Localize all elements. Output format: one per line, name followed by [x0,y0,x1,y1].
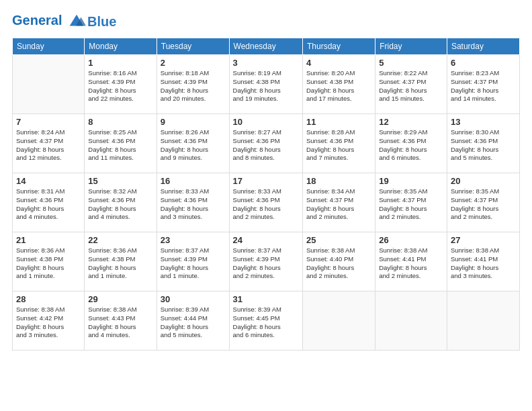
day-info: Sunrise: 8:22 AMSunset: 4:37 PMDaylight:… [379,69,443,103]
day-info: Sunrise: 8:18 AMSunset: 4:39 PMDaylight:… [161,69,226,103]
calendar-cell: 11Sunrise: 8:28 AMSunset: 4:36 PMDayligh… [303,114,375,173]
day-number: 16 [161,176,226,186]
day-number: 3 [233,58,299,68]
day-number: 31 [233,294,299,304]
day-number: 27 [451,235,516,245]
calendar-cell: 26Sunrise: 8:38 AMSunset: 4:41 PMDayligh… [375,232,447,291]
calendar-cell: 16Sunrise: 8:33 AMSunset: 4:36 PMDayligh… [157,173,229,232]
week-row-5: 28Sunrise: 8:38 AMSunset: 4:42 PMDayligh… [13,291,520,351]
day-number: 13 [451,117,516,127]
weekday-header-monday: Monday [85,38,157,55]
calendar-cell: 3Sunrise: 8:19 AMSunset: 4:38 PMDaylight… [229,55,302,114]
day-info: Sunrise: 8:26 AMSunset: 4:36 PMDaylight:… [161,128,226,163]
calendar-cell: 10Sunrise: 8:27 AMSunset: 4:36 PMDayligh… [229,114,302,173]
day-number: 8 [88,117,152,127]
day-info: Sunrise: 8:38 AMSunset: 4:41 PMDaylight:… [451,246,516,281]
day-number: 11 [306,117,371,127]
day-info: Sunrise: 8:28 AMSunset: 4:36 PMDaylight:… [306,128,371,163]
day-info: Sunrise: 8:39 AMSunset: 4:44 PMDaylight:… [161,306,226,340]
logo: General Blue [12,12,116,31]
calendar-page: General Blue SundayMondayTuesdayWednesda… [0,0,532,411]
day-number: 25 [306,235,371,245]
day-number: 5 [379,58,443,68]
calendar-cell: 6Sunrise: 8:23 AMSunset: 4:37 PMDaylight… [447,55,519,114]
calendar-table: SundayMondayTuesdayWednesdayThursdayFrid… [12,38,520,351]
day-info: Sunrise: 8:38 AMSunset: 4:42 PMDaylight:… [16,306,81,340]
calendar-cell: 28Sunrise: 8:38 AMSunset: 4:42 PMDayligh… [13,291,85,351]
day-info: Sunrise: 8:38 AMSunset: 4:41 PMDaylight:… [379,246,443,281]
logo-text-blue: Blue [87,14,116,30]
calendar-cell [13,55,85,114]
day-number: 17 [233,176,299,186]
calendar-cell: 20Sunrise: 8:35 AMSunset: 4:37 PMDayligh… [447,173,519,232]
calendar-cell: 17Sunrise: 8:33 AMSunset: 4:36 PMDayligh… [229,173,302,232]
weekday-header-tuesday: Tuesday [157,38,229,55]
day-info: Sunrise: 8:33 AMSunset: 4:36 PMDaylight:… [233,187,299,222]
day-info: Sunrise: 8:20 AMSunset: 4:38 PMDaylight:… [306,69,371,103]
day-number: 29 [88,294,152,304]
day-info: Sunrise: 8:35 AMSunset: 4:37 PMDaylight:… [451,187,516,222]
day-info: Sunrise: 8:23 AMSunset: 4:37 PMDaylight:… [451,69,516,103]
week-row-3: 14Sunrise: 8:31 AMSunset: 4:36 PMDayligh… [13,173,520,232]
calendar-cell: 22Sunrise: 8:36 AMSunset: 4:38 PMDayligh… [85,232,157,291]
calendar-cell: 31Sunrise: 8:39 AMSunset: 4:45 PMDayligh… [229,291,302,351]
day-info: Sunrise: 8:33 AMSunset: 4:36 PMDaylight:… [161,187,226,222]
day-info: Sunrise: 8:19 AMSunset: 4:38 PMDaylight:… [233,69,299,103]
calendar-cell: 4Sunrise: 8:20 AMSunset: 4:38 PMDaylight… [303,55,375,114]
weekday-header-friday: Friday [375,38,447,55]
day-number: 12 [379,117,443,127]
week-row-4: 21Sunrise: 8:36 AMSunset: 4:38 PMDayligh… [13,232,520,291]
day-number: 24 [233,235,299,245]
calendar-cell: 29Sunrise: 8:38 AMSunset: 4:43 PMDayligh… [85,291,157,351]
day-info: Sunrise: 8:31 AMSunset: 4:36 PMDaylight:… [16,187,81,222]
week-row-2: 7Sunrise: 8:24 AMSunset: 4:37 PMDaylight… [13,114,520,173]
calendar-cell: 1Sunrise: 8:16 AMSunset: 4:39 PMDaylight… [85,55,157,114]
calendar-body: 1Sunrise: 8:16 AMSunset: 4:39 PMDaylight… [13,55,520,351]
calendar-cell: 9Sunrise: 8:26 AMSunset: 4:36 PMDaylight… [157,114,229,173]
day-number: 19 [379,176,443,186]
header: General Blue [12,12,520,31]
day-number: 14 [16,176,81,186]
day-number: 6 [451,58,516,68]
day-number: 22 [88,235,152,245]
calendar-cell: 15Sunrise: 8:32 AMSunset: 4:36 PMDayligh… [85,173,157,232]
day-info: Sunrise: 8:29 AMSunset: 4:36 PMDaylight:… [379,128,443,163]
calendar-cell: 8Sunrise: 8:25 AMSunset: 4:36 PMDaylight… [85,114,157,173]
calendar-cell: 7Sunrise: 8:24 AMSunset: 4:37 PMDaylight… [13,114,85,173]
weekday-header-wednesday: Wednesday [229,38,302,55]
day-number: 7 [16,117,81,127]
calendar-cell: 13Sunrise: 8:30 AMSunset: 4:36 PMDayligh… [447,114,519,173]
day-info: Sunrise: 8:36 AMSunset: 4:38 PMDaylight:… [16,246,81,281]
day-info: Sunrise: 8:37 AMSunset: 4:39 PMDaylight:… [233,246,299,281]
calendar-cell [303,291,375,351]
calendar-cell [375,291,447,351]
day-number: 15 [88,176,152,186]
calendar-cell: 27Sunrise: 8:38 AMSunset: 4:41 PMDayligh… [447,232,519,291]
day-info: Sunrise: 8:35 AMSunset: 4:37 PMDaylight:… [379,187,443,222]
calendar-cell: 21Sunrise: 8:36 AMSunset: 4:38 PMDayligh… [13,232,85,291]
day-info: Sunrise: 8:27 AMSunset: 4:36 PMDaylight:… [233,128,299,163]
day-info: Sunrise: 8:24 AMSunset: 4:37 PMDaylight:… [16,128,81,163]
day-number: 20 [451,176,516,186]
logo-text-general: General [12,13,62,28]
calendar-cell: 24Sunrise: 8:37 AMSunset: 4:39 PMDayligh… [229,232,302,291]
weekday-header-thursday: Thursday [303,38,375,55]
day-info: Sunrise: 8:37 AMSunset: 4:39 PMDaylight:… [161,246,226,281]
day-info: Sunrise: 8:16 AMSunset: 4:39 PMDaylight:… [88,69,152,103]
day-info: Sunrise: 8:36 AMSunset: 4:38 PMDaylight:… [88,246,152,281]
day-number: 1 [88,58,152,68]
day-number: 30 [161,294,226,304]
day-number: 9 [161,117,226,127]
day-number: 26 [379,235,443,245]
day-number: 21 [16,235,81,245]
calendar-cell: 12Sunrise: 8:29 AMSunset: 4:36 PMDayligh… [375,114,447,173]
weekday-header-sunday: Sunday [13,38,85,55]
calendar-cell: 30Sunrise: 8:39 AMSunset: 4:44 PMDayligh… [157,291,229,351]
calendar-cell: 23Sunrise: 8:37 AMSunset: 4:39 PMDayligh… [157,232,229,291]
day-number: 10 [233,117,299,127]
calendar-cell: 2Sunrise: 8:18 AMSunset: 4:39 PMDaylight… [157,55,229,114]
day-info: Sunrise: 8:32 AMSunset: 4:36 PMDaylight:… [88,187,152,222]
calendar-cell: 19Sunrise: 8:35 AMSunset: 4:37 PMDayligh… [375,173,447,232]
day-info: Sunrise: 8:38 AMSunset: 4:43 PMDaylight:… [88,306,152,340]
day-number: 2 [161,58,226,68]
